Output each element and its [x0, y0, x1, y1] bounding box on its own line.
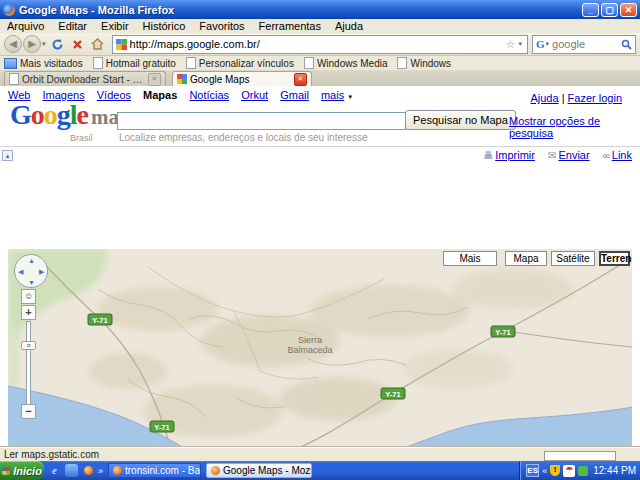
window-titlebar: Google Maps - Mozilla Firefox _ ▢ ✕: [0, 0, 640, 19]
menu-arquivo[interactable]: Arquivo: [0, 20, 51, 32]
window-title: Google Maps - Mozilla Firefox: [19, 4, 580, 16]
menu-favoritos[interactable]: Favoritos: [192, 20, 251, 32]
minimize-button[interactable]: _: [582, 3, 599, 17]
collapse-panel-button[interactable]: ▲: [2, 150, 13, 161]
address-bar[interactable]: http://maps.google.com.br/ ☆ ▾: [112, 35, 528, 54]
forward-button[interactable]: ▶: [23, 35, 41, 53]
start-button[interactable]: Inicio: [0, 461, 44, 480]
account-links: Ajuda | Fazer login: [530, 92, 622, 104]
quicklaunch-overflow-chevron[interactable]: »: [98, 466, 103, 476]
zoom-in-button[interactable]: +: [21, 305, 36, 320]
quicklaunch-ie-icon[interactable]: e: [48, 464, 61, 477]
tab-google-maps[interactable]: Google Maps ✕: [172, 71, 312, 86]
bookmark-windows[interactable]: Windows: [397, 57, 451, 69]
search-map-button[interactable]: Pesquisar no Mapa: [405, 110, 516, 130]
bookmark-label: Windows: [410, 58, 451, 69]
quicklaunch-firefox-icon[interactable]: [82, 464, 95, 477]
menu-exibir[interactable]: Exibir: [94, 20, 136, 32]
tray-collapse-chevron[interactable]: «: [542, 466, 547, 476]
zoom-slider-handle[interactable]: ≡: [21, 341, 36, 350]
page-icon: [397, 57, 407, 69]
quicklaunch-desktop-icon[interactable]: [65, 464, 78, 477]
zoom-slider-track[interactable]: [26, 321, 31, 405]
page-icon: [186, 57, 196, 69]
pan-right-icon[interactable]: ▶: [39, 268, 44, 275]
bookmark-mais-visitados[interactable]: Mais visitados: [4, 58, 83, 69]
bookmark-star-icon[interactable]: ☆: [506, 38, 516, 51]
link-ajuda[interactable]: Ajuda: [530, 92, 558, 104]
pan-down-icon[interactable]: ▼: [28, 279, 35, 286]
magnifier-icon[interactable]: [621, 39, 632, 50]
stop-button[interactable]: [69, 35, 87, 53]
menu-editar[interactable]: Editar: [51, 20, 94, 32]
search-hint-text: Localize empresas, endereços e locais de…: [119, 132, 367, 143]
link-action[interactable]: ∞Link: [603, 149, 632, 161]
bookmark-label: Windows Media: [317, 58, 388, 69]
menu-ajuda[interactable]: Ajuda: [328, 20, 370, 32]
pan-left-icon[interactable]: ◀: [18, 268, 23, 275]
map-button-terreno[interactable]: Terreno: [599, 251, 630, 266]
search-engine-value[interactable]: google: [552, 38, 621, 50]
tab-orbit-downloader[interactable]: Orbit Downloader Start - Mapa... ✕: [4, 71, 166, 86]
street-view-pegman-button[interactable]: ☺: [21, 289, 36, 304]
bookmark-windows-media[interactable]: Windows Media: [304, 57, 388, 69]
antivirus-icon[interactable]: ☂: [563, 465, 575, 477]
menu-ferramentas[interactable]: Ferramentas: [252, 20, 328, 32]
taskbar-window-1[interactable]: tronsini.com - Banco Tóp...: [108, 463, 201, 478]
chain-link-icon: ∞: [603, 150, 610, 161]
svg-text:Y-71: Y-71: [92, 316, 107, 325]
route-shield: Y-71: [150, 421, 174, 432]
map-search-input[interactable]: [117, 112, 406, 130]
engine-dropdown-icon[interactable]: ▾: [546, 40, 550, 48]
map-button-satelite[interactable]: Satélite: [551, 251, 595, 266]
link-orkut[interactable]: Orkut: [241, 89, 268, 101]
search-options-link[interactable]: Mostrar opções de pesquisa: [509, 115, 640, 139]
bookmark-personalizar[interactable]: Personalizar vínculos: [186, 57, 294, 69]
taskbar-clock[interactable]: 12:44 PM: [593, 465, 636, 476]
terrain-map: Sierra Balmaceda Y-71 Y-71 Y-71: [8, 249, 632, 480]
back-button[interactable]: ◀: [4, 35, 22, 53]
taskbar-window-2[interactable]: Google Maps - Mozilla...: [206, 463, 312, 478]
link-fazer-login[interactable]: Fazer login: [568, 92, 622, 104]
menu-historico[interactable]: Histórico: [136, 20, 193, 32]
page-icon: [93, 57, 103, 69]
link-gmail[interactable]: Gmail: [280, 89, 309, 101]
maximize-button[interactable]: ▢: [601, 3, 618, 17]
link-mapas-current: Mapas: [143, 89, 177, 101]
pan-up-icon[interactable]: ▲: [28, 257, 35, 264]
tab-close-icon[interactable]: ✕: [294, 73, 307, 86]
route-shield: Y-71: [88, 314, 112, 325]
tab-close-icon[interactable]: ✕: [148, 73, 161, 86]
link-mais[interactable]: mais: [321, 89, 344, 101]
google-engine-icon: G: [536, 38, 545, 50]
map-button-mais[interactable]: Mais: [443, 251, 497, 266]
url-text[interactable]: http://maps.google.com.br/: [130, 38, 506, 50]
map-green-strip: [8, 329, 18, 389]
tray-app-icon[interactable]: [578, 466, 588, 476]
page-content: Web Imagens Vídeos Mapas Notícias Orkut …: [0, 86, 640, 447]
security-alert-icon[interactable]: !: [550, 465, 560, 476]
history-dropdown-icon[interactable]: ▾: [42, 40, 46, 48]
logo-letter: o: [44, 99, 57, 130]
bookmark-hotmail[interactable]: Hotmail gratuito: [93, 57, 176, 69]
print-action[interactable]: 🖶Imprimir: [483, 149, 535, 161]
map-canvas[interactable]: Sierra Balmaceda Y-71 Y-71 Y-71: [8, 249, 632, 480]
link-noticias[interactable]: Notícias: [189, 89, 229, 101]
page-icon: [9, 73, 19, 85]
send-action[interactable]: ✉Enviar: [548, 149, 590, 161]
reload-button[interactable]: [49, 35, 67, 53]
logo-letter: G: [10, 99, 31, 130]
map-button-mapa[interactable]: Mapa: [505, 251, 547, 266]
url-dropdown-icon[interactable]: ▾: [518, 40, 522, 48]
logo-letter: o: [31, 99, 44, 130]
zoom-out-button[interactable]: −: [21, 404, 36, 419]
firefox-app-icon: [3, 4, 15, 16]
map-pan-control[interactable]: ▲ ▼ ◀ ▶: [14, 254, 48, 288]
search-engine-box[interactable]: G ▾ google: [532, 35, 636, 54]
svg-text:Balmaceda: Balmaceda: [287, 345, 332, 355]
mais-dropdown-icon[interactable]: ▼: [347, 94, 353, 100]
home-icon: [91, 38, 104, 50]
language-indicator[interactable]: ES: [526, 464, 539, 477]
home-button[interactable]: [89, 35, 107, 53]
close-button[interactable]: ✕: [620, 3, 637, 17]
